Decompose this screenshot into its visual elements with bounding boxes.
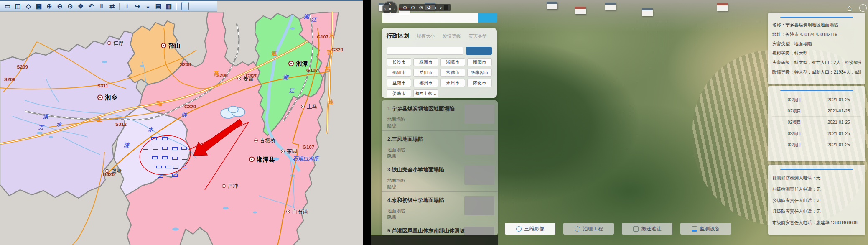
city-button[interactable]: 郴州市: [413, 79, 438, 87]
pause-button[interactable]: ‖: [97, 2, 107, 11]
city-button[interactable]: 湘潭市: [440, 58, 465, 66]
disaster-thumbnail[interactable]: [464, 227, 494, 235]
next-view-button[interactable]: ›: [438, 4, 443, 11]
map-mode-button[interactable]: [181, 2, 189, 10]
download-button[interactable]: ◒: [143, 2, 153, 11]
measure-area-button[interactable]: ◫: [13, 2, 23, 11]
disaster-list-item[interactable]: 1.宁乡县煤炭坝地区地面塌陷 地面塌陷 隐患: [382, 100, 498, 131]
action-button-label: 治理工程: [583, 225, 603, 232]
disaster-thumbnail[interactable]: [464, 135, 494, 154]
zoom-in-button[interactable]: ⊕: [44, 2, 54, 11]
title-underline: [780, 169, 853, 170]
city-button[interactable]: 湘西土家族...: [413, 89, 438, 97]
table-row[interactable]: 02项目 2021-01-25: [772, 128, 861, 139]
table-row[interactable]: 02项目 2021-01-25: [772, 116, 861, 128]
info-row: 地址：长沙市 430124 430182119: [772, 30, 861, 39]
toolbar-separator[interactable]: [119, 3, 120, 10]
disaster-list-item[interactable]: 3.铁山完全小学地面塌陷 地面塌陷 隐患: [382, 161, 498, 192]
table-row[interactable]: 02项目 2021-01-25: [772, 105, 861, 116]
basic-info-panel: 名称：宁乡县煤炭坝地区地面塌陷 地址：长沙市 430124 430182119 …: [768, 13, 865, 84]
home-icon[interactable]: ⌂: [847, 3, 852, 13]
monitor-row: 群测群防检测人电话：无: [772, 172, 861, 184]
toolbar-icon: ⊙: [68, 3, 73, 10]
city-button[interactable]: 怀化市: [467, 79, 492, 87]
toolbar-icon: ↶: [89, 3, 94, 10]
info-row: 规模等级：特大型: [772, 48, 861, 58]
zoom-extent-button[interactable]: ⊘: [417, 4, 425, 11]
toolbar-separator[interactable]: [176, 3, 177, 10]
zoom-out-button[interactable]: ⊖: [409, 4, 417, 11]
disaster-list-item[interactable]: 5.芦淞区凤凰山体东南部山体滑坡 地面塌陷 隐患: [382, 222, 498, 235]
zoom-out-button[interactable]: ⊖: [55, 2, 65, 11]
city-button[interactable]: 娄底市: [387, 89, 411, 97]
measure-polygon-button[interactable]: ◇: [23, 2, 33, 11]
print-button[interactable]: ▥: [164, 2, 174, 11]
action-button[interactable]: 监测设备: [680, 223, 731, 235]
province-button[interactable]: [387, 47, 463, 55]
table-row[interactable]: 02项目 2021-01-25: [772, 94, 861, 105]
show-elevation-button[interactable]: [444, 5, 448, 10]
city-button[interactable]: 永州市: [440, 79, 465, 87]
city-button[interactable]: 益阳市: [387, 79, 411, 87]
search-button[interactable]: [478, 13, 497, 23]
city-button[interactable]: 株洲市: [413, 58, 438, 66]
disaster-thumbnail[interactable]: [464, 105, 494, 124]
grid-button[interactable]: ▦: [34, 2, 44, 11]
district-filter-panel: 行政区划 规模大小 险情等级 灾害类型 长沙市 株洲市 湘潭市 衡阳市 邵阳市 …: [382, 28, 497, 98]
viewer-3d-window: ˄ ˅ ‹ › ⊕ ⊖ ⊘ ↺ ‹ › 行政区划 规模大小 险情等级 灾害类型: [371, 0, 868, 245]
page-setup-button[interactable]: ▤: [153, 2, 163, 11]
project-date: 2021-01-25: [817, 105, 861, 116]
toolbar-icon: ↪: [135, 3, 140, 10]
action-button[interactable]: 三维影像: [505, 223, 555, 235]
disaster-title: 4.永和初级中学地面塌陷: [387, 197, 465, 204]
previous-view-button[interactable]: ‹: [433, 4, 438, 11]
swap-view-button[interactable]: ⇄: [107, 2, 117, 11]
city-button[interactable]: 岳阳市: [413, 69, 438, 77]
search-input[interactable]: [382, 13, 478, 23]
city-button[interactable]: 长沙市: [387, 58, 411, 66]
pan-left-icon[interactable]: ‹: [384, 7, 386, 11]
action-button-label: 监测设备: [700, 225, 720, 232]
house-icon: [642, 8, 653, 16]
globe-icon: [516, 226, 522, 232]
table-row[interactable]: 02项目 2021-01-25: [772, 139, 861, 150]
project-name: 02项目: [772, 94, 817, 105]
action-button[interactable]: 治理工程: [563, 223, 614, 235]
monitor-row: 市级防灾责任人电话：廖建华 13808468606: [772, 217, 861, 228]
disaster-thumbnail[interactable]: [464, 196, 494, 215]
pan-up-icon[interactable]: ˄: [389, 3, 391, 6]
pan-button[interactable]: ✥: [76, 2, 86, 11]
previous-extent-button[interactable]: ↶: [86, 2, 96, 11]
full-extent-button[interactable]: ⊙: [65, 2, 75, 11]
city-button[interactable]: 常德市: [440, 69, 465, 77]
map-2d-canvas[interactable]: [0, 12, 363, 245]
export-button[interactable]: ↪: [132, 2, 143, 11]
city-button[interactable]: 衡阳市: [467, 58, 492, 66]
zoom-in-button[interactable]: ⊕: [401, 4, 409, 11]
disaster-list-item[interactable]: 2.三凤地面塌陷 地面塌陷 隐患: [382, 131, 498, 161]
identify-button[interactable]: i: [122, 2, 132, 11]
reset-view-button[interactable]: ↺: [425, 4, 433, 11]
measure-distance-button[interactable]: ▭: [3, 2, 13, 11]
monitor-icon: [692, 226, 697, 232]
globe-icon[interactable]: [859, 4, 867, 12]
toolbar-icon: ‖: [100, 3, 103, 10]
view-toolbar-icon: ‹: [435, 5, 436, 10]
nav-center-dot: [389, 8, 391, 10]
pan-right-icon[interactable]: ›: [394, 7, 395, 11]
toolbar-spacer: [217, 1, 363, 12]
disaster-list-item[interactable]: 4.永和初级中学地面塌陷 地面塌陷 隐患: [382, 192, 498, 222]
filter-tab[interactable]: 灾害类型: [468, 33, 487, 39]
filter-tab[interactable]: 险情等级: [443, 33, 461, 39]
refresh-icon: [575, 226, 580, 232]
disaster-thumbnail[interactable]: [464, 166, 494, 185]
city-button[interactable]: 张家界市: [467, 69, 492, 77]
filter-tab[interactable]: 行政区划: [387, 32, 409, 40]
survey-projects-panel: 02项目 2021-01-25 02项目 2021-01-25 02项目 202…: [768, 86, 865, 161]
window-divider: [363, 0, 371, 245]
city-button[interactable]: 邵阳市: [387, 69, 411, 77]
toolbar-icon: ◫: [15, 3, 21, 10]
filter-tab[interactable]: 规模大小: [417, 33, 435, 39]
back-button[interactable]: [466, 47, 492, 55]
action-button[interactable]: 搬迁避让: [622, 223, 672, 235]
